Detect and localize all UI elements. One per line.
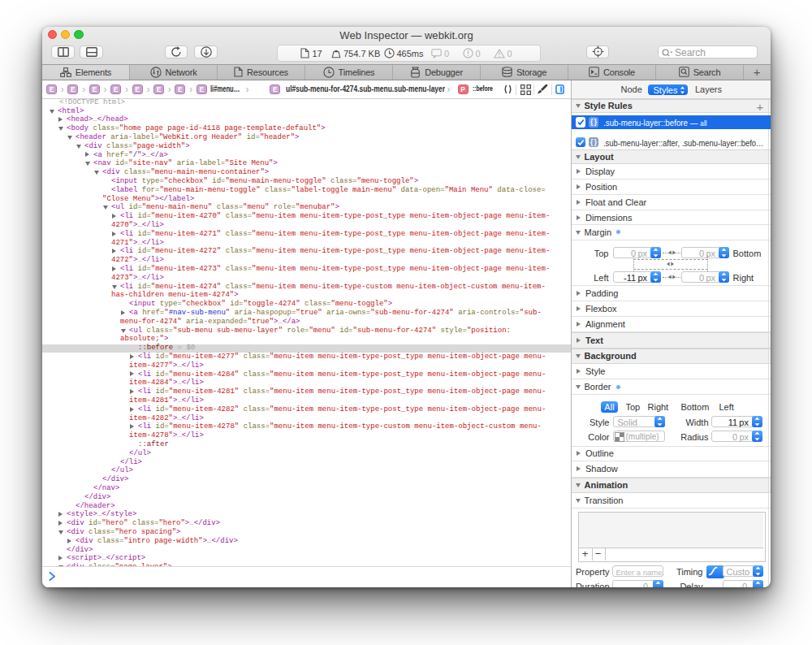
svg-text:{ }: { } [590,138,597,146]
svg-text:{ }: { } [590,118,597,126]
